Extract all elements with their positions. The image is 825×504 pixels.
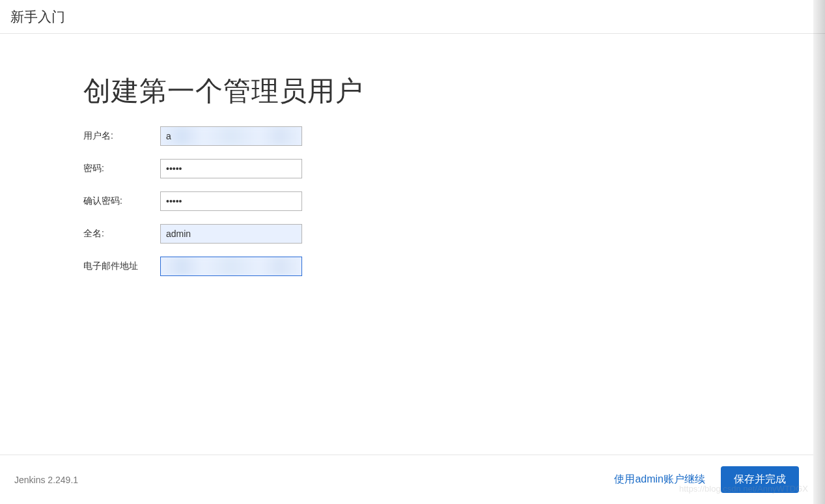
fullname-input[interactable] — [160, 224, 302, 244]
confirm-password-label: 确认密码: — [83, 195, 160, 207]
email-row: 电子邮件地址 — [83, 257, 825, 276]
footer-bar: Jenkins 2.249.1 使用admin账户继续 保存并完成 — [0, 455, 813, 504]
footer-version: Jenkins 2.249.1 — [14, 475, 78, 485]
header-title: 新手入门 — [10, 8, 65, 26]
footer-actions: 使用admin账户继续 保存并完成 — [611, 466, 799, 493]
confirm-password-input[interactable] — [160, 191, 302, 211]
page-title: 创建第一个管理员用户 — [83, 73, 825, 109]
header-bar: 新手入门 — [0, 0, 825, 34]
save-and-finish-button[interactable]: 保存并完成 — [721, 466, 799, 493]
email-label: 电子邮件地址 — [83, 260, 160, 272]
fullname-row: 全名: — [83, 224, 825, 244]
username-label: 用户名: — [83, 130, 160, 142]
password-input[interactable] — [160, 159, 302, 178]
password-row: 密码: — [83, 159, 825, 178]
username-input-redacted[interactable]: a — [160, 126, 302, 146]
fullname-label: 全名: — [83, 228, 160, 240]
email-input-redacted[interactable] — [160, 257, 302, 276]
main-content: 创建第一个管理员用户 用户名: a 密码: 确认密码: 全名: 电子邮件地址 — [0, 34, 825, 276]
continue-as-admin-button[interactable]: 使用admin账户继续 — [611, 468, 708, 492]
confirm-password-row: 确认密码: — [83, 191, 825, 211]
password-label: 密码: — [83, 163, 160, 175]
username-row: 用户名: a — [83, 126, 825, 146]
